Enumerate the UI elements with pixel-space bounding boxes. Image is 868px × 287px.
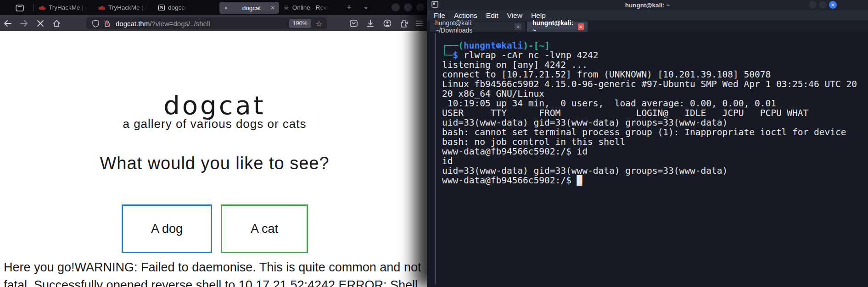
tab-close-icon[interactable]: ✕ [270,5,275,11]
terminal-maximize-button[interactable] [819,1,827,9]
tab-overflow-chevron-icon[interactable]: ⌄ [363,2,369,11]
tryhackme-favicon [98,5,105,10]
account-button[interactable] [381,17,393,29]
tab-separator [33,4,34,11]
window-minimize-button[interactable] [392,3,400,11]
back-button[interactable] [1,17,13,29]
a-cat-button[interactable]: A cat [221,204,308,253]
downloads-button[interactable] [364,17,376,29]
menu-help[interactable]: Help [531,11,546,20]
tab-label: TryHackMe | d [49,4,89,11]
zoom-level-badge[interactable]: 190% [289,19,311,28]
terminal-tab-bar: hungnt@kali: ~/Downloads ✕ hungnt@kali: … [427,21,868,32]
tab-label: TryHackMe | A [108,4,149,11]
url-path: /?view=dogs/../shell [150,20,210,28]
firefox-view-icon[interactable] [16,4,24,11]
terminal-scrollbar[interactable] [435,33,436,284]
tryhackme-favicon [39,5,45,10]
page-subtitle: a gallery of various dogs or cats [0,117,429,131]
tab-label: dogcat [168,4,187,11]
terminal-tab-home-active[interactable]: hungnt@kali: ~ ✕ [527,22,588,32]
stop-button[interactable] [34,17,46,29]
terminal-close-button[interactable]: ✕ [829,1,837,9]
terminal-output: ┌──(hungnt⊛kali)-[~]└─$ rlwrap -cAr nc -… [442,41,857,185]
url-text[interactable]: dogcat.thm/?view=dogs/../shell [116,20,289,28]
browser-tab-bar: TryHackMe | d TryHackMe | A N dogcat dog… [0,0,429,15]
menu-file[interactable]: File [434,11,445,20]
tab-label: dogcat [233,5,270,11]
url-domain: dogcat.thm [116,20,150,28]
window-close-button[interactable] [416,3,425,11]
home-button[interactable] [50,17,62,29]
menu-edit[interactable]: Edit [486,11,498,20]
notion-favicon: N [158,5,165,11]
qterminal-window: hungnt@kali: ~ ✕ File Actions Edit View … [427,0,868,287]
url-bar[interactable]: dogcat.thm/?view=dogs/../shell 190% ☆ [86,17,327,29]
insecure-lock-icon[interactable] [104,20,111,28]
tab-close-icon[interactable]: ✕ [515,23,521,30]
extensions-button[interactable] [398,17,410,29]
terminal-minimize-button[interactable] [809,1,817,9]
tab-dogcat-active[interactable]: dogcat ✕ [219,2,279,14]
page-heading: What would you like to see? [0,154,429,173]
new-tab-button[interactable]: + [347,3,352,12]
pocket-icon[interactable] [347,17,359,29]
skull-favicon: ☠ [284,4,289,11]
a-dog-button[interactable]: A dog [122,204,212,253]
tab-label: Online - Reve [292,4,330,11]
tab-tryhackme-2[interactable]: TryHackMe | A [98,0,149,15]
hamburger-icon [416,21,423,26]
forward-button[interactable] [18,17,30,29]
page-title: dogcat [0,90,429,120]
menu-button[interactable] [414,17,426,29]
shell-output-line-clipped: fatal. Successfully opened reverse shell… [4,278,429,287]
firefox-window: TryHackMe | d TryHackMe | A N dogcat dog… [0,0,429,287]
tab-loading-dot-icon [225,7,227,9]
terminal-body[interactable]: ┌──(hungnt⊛kali)-[~]└─$ rlwrap -cAr nc -… [427,32,868,287]
tracking-shield-icon[interactable] [92,20,99,28]
bookmark-star-icon[interactable]: ☆ [316,19,322,28]
tab-online-reverse-shell[interactable]: ☠ Online - Reve [284,0,335,15]
terminal-tab-downloads[interactable]: hungnt@kali: ~/Downloads ✕ [430,22,525,32]
tab-dogcat-notion[interactable]: N dogcat [158,0,201,15]
tab-close-icon[interactable]: ✕ [578,23,584,30]
menu-view[interactable]: View [507,11,522,20]
terminal-window-title: hungnt@kali: ~ [427,2,868,9]
window-maximize-button[interactable] [404,3,412,11]
tab-tryhackme-1[interactable]: TryHackMe | d [39,0,93,15]
terminal-title-bar[interactable]: hungnt@kali: ~ ✕ [427,0,868,10]
shell-output-line: Here you go!WARNING: Failed to daemonise… [4,260,429,275]
dogcat-page: dogcat a gallery of various dogs or cats… [0,32,429,287]
browser-nav-bar: dogcat.thm/?view=dogs/../shell 190% ☆ [0,15,429,31]
menu-actions[interactable]: Actions [454,11,477,20]
